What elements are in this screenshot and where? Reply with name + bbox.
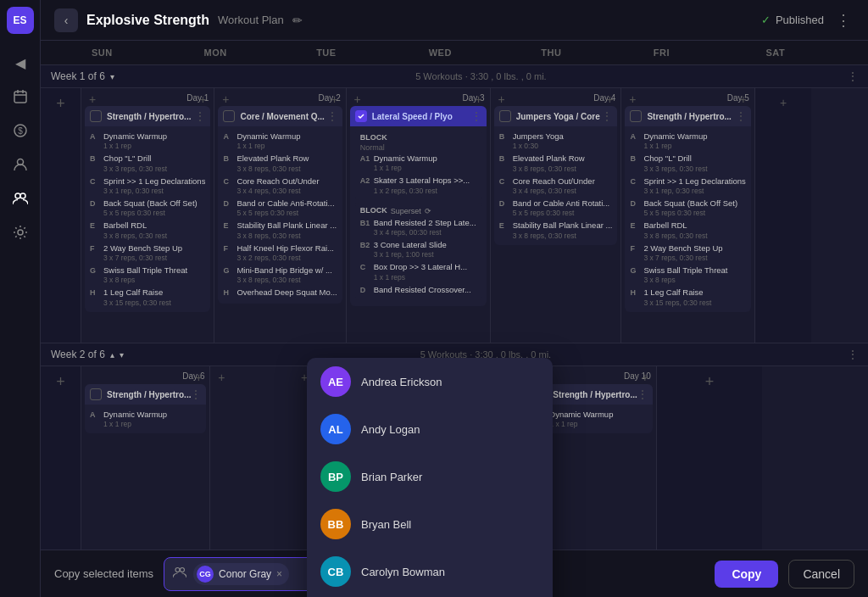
day5-card-more[interactable]: ⋮ (736, 110, 746, 122)
week2-mon-add[interactable]: + (191, 370, 206, 385)
list-item: A2Skater 3 Lateral Hops >>...1 x 2 reps,… (360, 174, 476, 196)
day-2-label: Day 2 (218, 92, 342, 106)
fri-add-right[interactable]: + (736, 92, 751, 107)
list-item: GSwiss Ball Triple Threat3 x 8 reps (630, 264, 745, 286)
sun-add-button[interactable]: + (56, 95, 65, 113)
week2-tue-add-left[interactable]: + (214, 370, 229, 385)
week1-fri-col: + Day 5 + Strength / Hypertro... ⋮ ADyna… (621, 88, 754, 343)
cancel-button[interactable]: Cancel (788, 560, 854, 589)
week2-expand-icon[interactable]: ▴ (110, 350, 114, 360)
day3-checkbox[interactable] (355, 110, 367, 122)
day4-card-more[interactable]: ⋮ (602, 110, 612, 122)
user-item-carolyn[interactable]: CB Carolyn Bowman (307, 548, 553, 595)
more-options-button[interactable]: ⋮ (832, 8, 854, 33)
copy-button[interactable]: Copy (715, 561, 778, 588)
day-header-tue: TUE (306, 41, 419, 64)
list-item: CSprint >> 1 Leg Declarations3 x 1 rep, … (90, 175, 205, 197)
day-header-wed: WED (419, 41, 531, 64)
week-more-button[interactable]: ⋮ (848, 70, 858, 82)
week-2-label[interactable]: Week 2 of 6 ▴ ▾ (51, 349, 124, 360)
edit-title-icon[interactable]: ✏ (292, 14, 303, 27)
day3-card-header[interactable]: Lateral Speed / Plyo ⋮ (350, 106, 487, 126)
week2-more-button[interactable]: ⋮ (848, 349, 858, 360)
list-item: H1 Leg Calf Raise3 x 15 reps, 0:30 rest (630, 286, 745, 308)
list-item: BElevated Plank Row3 x 8 reps, 0:30 rest (223, 152, 337, 174)
list-item: DBack Squat (Back Off Set)5 x 5 reps 0:3… (630, 197, 745, 219)
user-item-andrea[interactable]: AE Andrea Erickson (307, 358, 553, 405)
list-item: BChop "L" Drill3 x 3 reps, 0:30 rest (630, 152, 745, 174)
thu-add-left[interactable]: + (494, 92, 509, 107)
list-item: CCore Reach Out/Under3 x 4 reps, 0:30 re… (499, 175, 613, 197)
workout-plan-title: Explosive Strength (86, 13, 209, 28)
svg-point-10 (175, 568, 180, 572)
back-button[interactable]: ‹ (54, 8, 78, 32)
sidebar-icon-user[interactable] (5, 149, 36, 180)
week-1-row: Week 1 of 6 ▾ 5 Workouts · 3:30 , 0 lbs.… (41, 65, 868, 343)
day-5-label: Day 5 (625, 92, 750, 106)
app-avatar[interactable]: ES (7, 7, 34, 34)
chip-user-name: Conor Gray (219, 568, 271, 580)
user-avatar-carolyn: CB (320, 556, 351, 587)
day5-workout-card: Strength / Hypertro... ⋮ ADynamic Warmup… (625, 106, 750, 312)
fri-add-left[interactable]: + (625, 92, 640, 107)
day1-checkbox[interactable] (90, 110, 102, 122)
week2-collapse-icon[interactable]: ▾ (120, 350, 124, 360)
day4-card-header[interactable]: Jumpers Yoga / Core ⋮ (494, 106, 618, 126)
day1-card-more[interactable]: ⋮ (195, 110, 205, 122)
user-name-andy: Andy Logan (361, 423, 420, 436)
day3-card-more[interactable]: ⋮ (471, 110, 481, 122)
user-item-bryan[interactable]: BB Bryan Bell (307, 500, 553, 548)
week2-sun-add[interactable]: + (56, 373, 65, 391)
day5-checkbox[interactable] (630, 110, 642, 122)
day1-card-title: Strength / Hypertro... (107, 112, 195, 121)
day1-workout-card: Strength / Hypertro... ⋮ ADynamic Warmup… (85, 106, 210, 312)
day4-checkbox[interactable] (499, 110, 511, 122)
day6-card-body: ADynamic Warmup1 x 1 rep (85, 405, 206, 433)
wed-add-left[interactable]: + (350, 92, 365, 107)
day2-card-header[interactable]: Core / Movement Q... ⋮ (218, 106, 342, 126)
list-item: F2 Way Bench Step Up3 x 7 reps, 0:30 res… (90, 242, 205, 264)
wed-add-right[interactable]: + (471, 92, 487, 107)
sidebar-icon-dollar[interactable]: $ (5, 115, 36, 146)
day10-card-more[interactable]: ⋮ (637, 388, 648, 400)
week-collapse-icon[interactable]: ▾ (110, 72, 114, 81)
day5-card-header[interactable]: Strength / Hypertro... ⋮ (625, 106, 750, 126)
user-item-andy[interactable]: AL Andy Logan (307, 405, 553, 453)
list-item: FHalf Kneel Hip Flexor Rai...3 x 2 reps,… (223, 242, 337, 264)
day2-checkbox[interactable] (223, 110, 235, 122)
thu-add-right[interactable]: + (602, 92, 617, 107)
list-item: DBand or Cable Anti Rotati...5 x 5 reps … (499, 197, 613, 219)
day6-card-more[interactable]: ⋮ (191, 388, 201, 400)
user-item-brian[interactable]: BP Brian Parker (307, 453, 553, 500)
day3-card-title: Lateral Speed / Plyo (372, 112, 471, 121)
list-item: ADynamic Warmup1 x 1 rep (90, 130, 205, 152)
tue-add-left[interactable]: + (218, 92, 233, 107)
sidebar-icon-settings[interactable] (5, 217, 36, 248)
list-item: BJumpers Yoga1 x 0:30 (499, 130, 613, 152)
day6-checkbox[interactable] (90, 388, 102, 400)
week2-fri-add[interactable]: + (637, 370, 653, 385)
list-item: DBand Resisted Crossover... (360, 283, 476, 297)
user-dropdown[interactable]: AE Andrea Erickson AL Andy Logan BP Bria… (307, 358, 553, 597)
chip-close-button[interactable]: × (276, 568, 282, 580)
day6-card-header[interactable]: Strength / Hypertro... ⋮ (85, 384, 206, 405)
list-item: EBarbell RDL3 x 8 reps, 0:30 rest (90, 219, 205, 241)
day1-card-header[interactable]: Strength / Hypertro... ⋮ (85, 106, 210, 126)
day2-card-more[interactable]: ⋮ (327, 110, 337, 122)
sidebar-icon-back[interactable]: ◀ (5, 47, 36, 78)
week2-mon-col: Day 6 + Strength / Hypertro... ⋮ ADynami… (81, 366, 210, 550)
sidebar-icon-calendar[interactable] (5, 81, 36, 112)
tue-add-right[interactable]: + (327, 92, 342, 107)
mon-add-left[interactable]: + (85, 92, 100, 107)
week1-mon-col: + Day 1 + Strength / Hypertro... ⋮ ADyna… (81, 88, 214, 343)
week2-sat-add[interactable]: + (705, 373, 715, 391)
chip-avatar: CG (197, 566, 214, 583)
sat-add-right[interactable]: + (776, 95, 791, 110)
day10-card-title: Strength / Hypertro... (553, 390, 637, 399)
sidebar-icon-group[interactable] (5, 183, 36, 214)
mon-add-right[interactable]: + (195, 92, 210, 107)
day3-block2: Block Superset ⟳ B1Band Resisted 2 Step … (355, 203, 481, 300)
day-header-thu: THU (531, 41, 643, 64)
week-1-label[interactable]: Week 1 of 6 ▾ (51, 70, 114, 82)
week-1-stats: 5 Workouts · 3:30 , 0 lbs. , 0 mi. (415, 71, 546, 81)
